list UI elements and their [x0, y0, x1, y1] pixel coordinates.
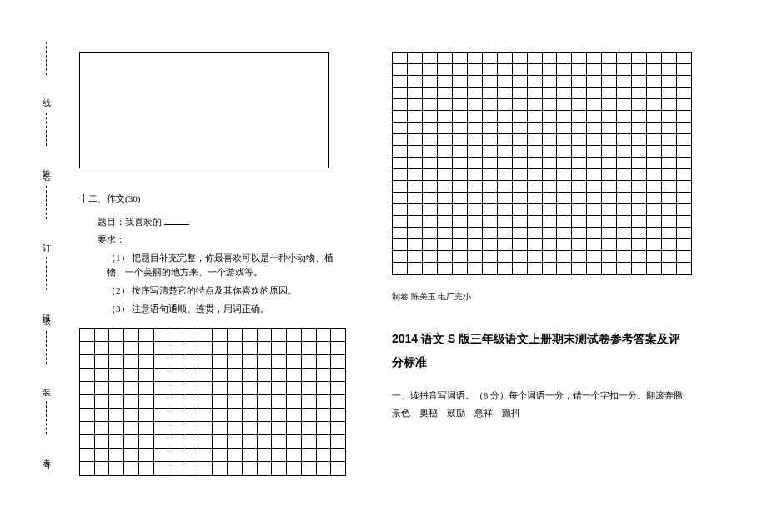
grid-row [393, 158, 691, 169]
strip-mark-xian: 线 [40, 92, 52, 95]
grid-cell [587, 239, 602, 250]
answer-box [79, 52, 329, 168]
grid-row [393, 216, 691, 228]
grid-cell [483, 239, 498, 250]
grid-cell [647, 123, 662, 133]
grid-cell [587, 134, 602, 145]
grid-cell [154, 435, 169, 448]
grid-cell [483, 111, 498, 122]
grid-cell [513, 146, 528, 157]
grid-cell [183, 342, 198, 354]
grid-row [80, 329, 345, 342]
grid-cell [228, 409, 243, 421]
grid-cell [557, 99, 572, 110]
grid-cell [602, 204, 617, 215]
grid-cell [557, 239, 572, 250]
grid-cell [647, 181, 662, 192]
grid-cell [513, 64, 528, 75]
grid-cell [302, 329, 317, 341]
grid-cell [543, 146, 558, 157]
grid-cell [139, 435, 154, 448]
grid-cell [80, 435, 95, 448]
grid-cell [557, 193, 572, 203]
grid-cell [468, 228, 483, 238]
grid-cell [228, 435, 243, 448]
grid-cell [80, 395, 95, 408]
grid-cell [453, 134, 468, 145]
grid-cell [513, 228, 528, 238]
grid-cell [483, 251, 498, 262]
topic-blank [164, 217, 189, 225]
grid-cell [243, 409, 258, 421]
grid-cell [438, 64, 453, 75]
grid-cell [662, 204, 677, 215]
grid-cell [331, 462, 345, 475]
grid-cell [617, 146, 632, 157]
grid-cell [513, 99, 528, 110]
grid-cell [302, 449, 317, 461]
grid-row [393, 76, 691, 88]
grid-cell [587, 193, 602, 203]
credit-line: 制卷 陈美玉 电厂完小 [392, 290, 692, 304]
grid-cell [602, 146, 617, 157]
grid-cell [557, 263, 572, 274]
grid-cell [124, 409, 139, 421]
grid-cell [498, 123, 513, 133]
grid-cell [95, 395, 110, 408]
grid-cell [557, 76, 572, 87]
grid-cell [513, 158, 528, 168]
grid-cell [95, 382, 110, 394]
grid-cell [198, 435, 213, 448]
grid-cell [647, 263, 662, 274]
grid-cell [677, 263, 691, 274]
grid-cell [317, 329, 332, 341]
grid-cell [198, 329, 213, 341]
grid-cell [183, 462, 198, 475]
grid-cell [617, 53, 632, 63]
grid-cell [543, 193, 558, 203]
grid-cell [513, 53, 528, 63]
grid-cell [677, 53, 691, 63]
grid-cell [183, 422, 198, 434]
grid-cell [632, 123, 647, 133]
grid-cell [632, 99, 647, 110]
grid-cell [154, 422, 169, 434]
grid-cell [632, 228, 647, 238]
requirement-2: （2） 按序写清楚它的特点及其你喜欢的原因。 [79, 284, 346, 299]
grid-cell [468, 216, 483, 227]
grid-cell [468, 146, 483, 157]
grid-cell [528, 99, 543, 110]
grid-cell [617, 123, 632, 133]
grid-cell [498, 239, 513, 250]
grid-cell [498, 134, 513, 145]
grid-cell [483, 216, 498, 227]
grid-cell [423, 88, 438, 98]
grid-cell [272, 382, 287, 394]
grid-cell [632, 53, 647, 63]
grid-cell [587, 181, 602, 192]
grid-cell [602, 76, 617, 87]
grid-cell [287, 355, 302, 368]
grid-cell [109, 435, 124, 448]
grid-cell [272, 342, 287, 354]
grid-cell [317, 355, 332, 368]
grid-cell [198, 409, 213, 421]
grid-cell [513, 251, 528, 262]
grid-cell [408, 88, 423, 98]
grid-cell [302, 409, 317, 421]
grid-cell [572, 111, 587, 122]
grid-cell [483, 99, 498, 110]
grid-cell [572, 53, 587, 63]
grid-cell [183, 382, 198, 394]
grid-cell [602, 239, 617, 250]
grid-cell [662, 111, 677, 122]
grid-cell [124, 435, 139, 448]
grid-cell [95, 329, 110, 341]
grid-cell [95, 462, 110, 475]
grid-cell [124, 329, 139, 341]
grid-cell [423, 76, 438, 87]
grid-cell [423, 216, 438, 227]
strip-label-class: 班级 [40, 307, 52, 314]
grid-cell [677, 99, 691, 110]
grid-cell [423, 263, 438, 274]
